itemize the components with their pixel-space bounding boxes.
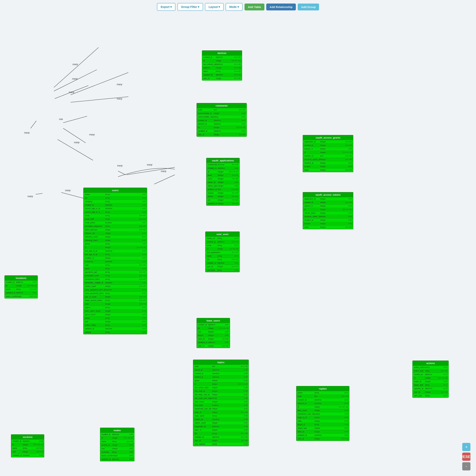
- table-oauth_access_grants[interactable]: oauth_access_grantsapplication_idinteger…: [303, 135, 353, 172]
- table-locations[interactable]: locationscreated_atdatetime[null]idinteg…: [4, 275, 38, 298]
- col-field-type: integer: [320, 219, 336, 221]
- table-row: suggested_atdatetime[null]: [193, 425, 248, 428]
- col-field-name: node_name: [194, 415, 212, 417]
- zoom-out-button[interactable]: −: [462, 462, 470, 470]
- col-field-null: [null]: [230, 369, 247, 371]
- col-field-null: [null]: [228, 185, 238, 187]
- col-field-null: [not null, pk]: [125, 246, 146, 249]
- table-row: deleted_atdatetime[null]: [297, 402, 349, 405]
- table-oauth_access_tokens[interactable]: oauth_access_tokensapplication_idinteger…: [303, 192, 353, 229]
- table-actions[interactable]: actionsaction_optionstring[null]action_t…: [412, 360, 449, 398]
- zoom-in-button[interactable]: +: [462, 443, 470, 451]
- col-field-name: status: [198, 334, 208, 337]
- col-field-name: created_at: [414, 373, 425, 376]
- col-field-type: string: [212, 397, 230, 400]
- col-field-type: integer: [314, 420, 331, 423]
- col-field-null: [not null]: [436, 370, 447, 372]
- table-row: updated_atdatetime[null]: [197, 341, 229, 344]
- add-group-button[interactable]: Add Group: [298, 3, 319, 10]
- col-field-type: integer: [216, 60, 228, 62]
- col-field-type: integer: [212, 401, 230, 403]
- col-field-name: id: [204, 60, 216, 62]
- table-row: email_md5string[not null]: [84, 217, 147, 221]
- table-sections[interactable]: sectionscreated_atdatetime[null]idintege…: [11, 434, 44, 458]
- table-row: created_atdatetime[null]: [297, 398, 349, 402]
- col-field-name: resource_owner_id: [304, 215, 320, 218]
- col-field-name: id: [298, 406, 314, 408]
- col-field-type: integer: [208, 338, 218, 340]
- col-field-null: [null]: [125, 320, 146, 323]
- col-field-null: [not null]: [228, 199, 238, 201]
- col-field-name: encrypted_password: [85, 225, 105, 228]
- table-comments[interactable]: commentsbodytext[not null]commentable_id…: [197, 103, 247, 137]
- table-replies[interactable]: repliesactionstring[null]bodytext[not nu…: [296, 386, 349, 441]
- col-field-null: [null]: [218, 334, 228, 337]
- table-header-nodes: nodes: [101, 428, 134, 433]
- col-field-null: [null]: [125, 243, 146, 245]
- col-field-type: datetime: [105, 250, 125, 252]
- col-field-null: [not null]: [331, 395, 348, 398]
- col-field-type: integer: [320, 215, 336, 218]
- table-row: single_access_tokenstring[not null]: [84, 299, 147, 302]
- col-field-type: integer: [208, 327, 218, 330]
- col-field-name: updated_at: [298, 434, 314, 437]
- table-row: stateinteger[null]: [297, 419, 349, 423]
- col-field-type: integer: [217, 265, 228, 268]
- table-oauth_applications[interactable]: oauth_applicationsconfidentialboolean[no…: [206, 158, 239, 206]
- col-field-name: last_reply_user_login: [194, 397, 212, 400]
- reset-button[interactable]: RESET: [462, 453, 470, 461]
- col-field-type: boolean: [218, 163, 228, 166]
- table-row: statusinteger[null]: [197, 334, 229, 337]
- col-field-name: replies_count: [194, 422, 212, 424]
- col-field-null: [not null]: [228, 178, 238, 180]
- add-relationship-button[interactable]: Add Relationship: [266, 3, 296, 10]
- col-field-type: datetime: [212, 376, 230, 378]
- mode-button[interactable]: Mode ▾: [225, 3, 242, 11]
- col-field-type: integer: [105, 296, 125, 298]
- col-field-type: integer: [314, 430, 331, 433]
- table-row: last_payloadtext[not null]: [206, 251, 239, 254]
- table-row: updated_atdatetime[null]: [297, 433, 349, 437]
- col-field-name: created_at: [208, 167, 218, 170]
- col-field-name: github: [85, 243, 105, 245]
- col-field-type: string: [217, 269, 228, 272]
- table-topics[interactable]: topicsbodytext[not null]closed_atdatetim…: [193, 360, 249, 446]
- table-team_users[interactable]: team_userscreated_atdatetime[null]idinte…: [197, 318, 230, 348]
- table-row: bodytext[not null]: [297, 394, 349, 398]
- table-row: target_typestring[null]: [413, 383, 448, 387]
- col-field-name: id: [414, 377, 425, 379]
- col-field-null: [not null]: [26, 295, 36, 298]
- col-field-null: [null]: [125, 310, 146, 312]
- col-field-name: created_at: [102, 433, 112, 436]
- col-field-type: datetime: [425, 387, 436, 390]
- group-filter-button[interactable]: Group Filter ▾: [177, 3, 203, 11]
- col-field-name: created_at: [304, 201, 320, 204]
- col-field-type: string: [105, 264, 125, 266]
- col-field-name: created_at: [207, 241, 217, 243]
- add-table-button[interactable]: Add Table: [244, 3, 264, 10]
- col-field-type: integer: [105, 285, 125, 288]
- table-row: updated_atdatetime[null]: [197, 129, 246, 133]
- col-field-name: name: [6, 288, 16, 291]
- col-field-name: secret: [208, 195, 218, 198]
- table-row: biostring[null]: [84, 196, 147, 200]
- col-field-null: [null]: [436, 394, 447, 397]
- table-nodes[interactable]: nodescreated_atdatetime[null]idinteger[n…: [100, 428, 134, 461]
- layout-button[interactable]: Layout ▾: [205, 3, 224, 11]
- col-field-type: datetime: [212, 425, 230, 428]
- export-button[interactable]: Export ▾: [157, 3, 175, 11]
- col-field-type: string: [217, 237, 228, 240]
- col-field-null: [not null]: [125, 285, 146, 288]
- table-devices[interactable]: devicescreated_atdatetime[not null]idint…: [202, 51, 242, 81]
- table-row: last_reply_user_loginstring[null]: [193, 396, 248, 400]
- table-row: namestring[not null]: [11, 446, 44, 450]
- col-field-type: integer: [105, 229, 125, 231]
- col-field-null: [null]: [26, 281, 36, 284]
- col-field-name: target_id: [298, 423, 314, 426]
- col-field-name: updated_at: [6, 291, 16, 294]
- table-users[interactable]: usersavatarstring[null]biostring[null]co…: [83, 187, 147, 334]
- col-field-null: [not null, pk]: [230, 383, 247, 385]
- table-user_ssos[interactable]: user_ssosavatar_urlstring[null]created_a…: [205, 232, 239, 272]
- col-field-null: [not null]: [125, 225, 146, 228]
- col-field-name: website: [85, 331, 105, 334]
